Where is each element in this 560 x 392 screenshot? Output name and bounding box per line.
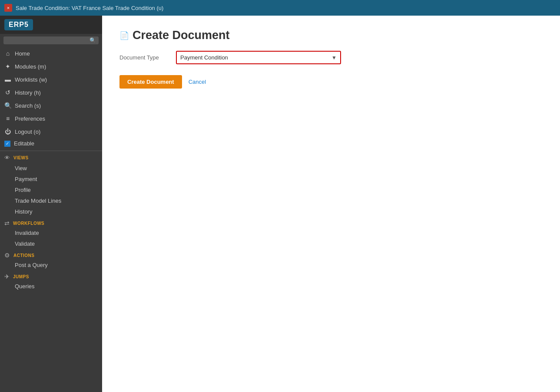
actions-section-header: ⚙ ACTIONS — [0, 249, 102, 260]
logo[interactable]: ERP5 — [4, 19, 33, 30]
tab-title: Sale Trade Condition: VAT France Sale Tr… — [16, 5, 163, 11]
dropdown-arrow-icon: ▼ — [328, 55, 340, 61]
sidebar: ERP5 🔍 ⌂ Home ✦ Modules (m) ▬ Worklists … — [0, 16, 102, 392]
editable-checkbox: ✓ — [4, 141, 10, 147]
app-layout: ERP5 🔍 ⌂ Home ✦ Modules (m) ▬ Worklists … — [0, 16, 560, 392]
document-type-select-wrapper: Payment Condition ▼ — [176, 51, 341, 64]
jumps-section-header: ✈ JUMPS — [0, 270, 102, 281]
logo-area: ERP5 — [0, 16, 102, 34]
sidebar-item-post-query[interactable]: Post a Query — [0, 260, 102, 270]
workflows-icon: ⇄ — [4, 220, 10, 227]
worklists-icon: ▬ — [4, 76, 11, 83]
search-nav-icon: 🔍 — [4, 102, 11, 109]
button-row: Create Document Cancel — [119, 75, 543, 89]
home-icon: ⌂ — [4, 50, 11, 57]
main-content: 📄 Create Document Document Type Payment … — [102, 16, 560, 392]
editable-toggle[interactable]: ✓ Editable — [0, 138, 102, 149]
views-section-header: 👁 VIEWS — [0, 153, 102, 163]
sidebar-item-home[interactable]: ⌂ Home — [0, 47, 102, 60]
topbar: × Sale Trade Condition: VAT France Sale … — [0, 0, 560, 16]
sidebar-item-preferences[interactable]: ≡ Preferences — [0, 112, 102, 125]
logout-icon: ⏻ — [4, 128, 11, 135]
modules-icon: ✦ — [4, 63, 11, 70]
sidebar-item-worklists[interactable]: ▬ Worklists (w) — [0, 73, 102, 86]
page-title: Create Document — [133, 29, 230, 42]
tab-close-button[interactable]: × — [4, 4, 12, 12]
sidebar-item-profile[interactable]: Profile — [0, 184, 102, 195]
search-icon: 🔍 — [89, 37, 96, 43]
actions-icon: ⚙ — [4, 252, 10, 259]
search-area: 🔍 — [0, 34, 102, 47]
history-icon: ↺ — [4, 89, 11, 96]
sidebar-item-view[interactable]: View — [0, 163, 102, 174]
sidebar-item-payment[interactable]: Payment — [0, 174, 102, 184]
search-input[interactable] — [6, 37, 89, 43]
cancel-button[interactable]: Cancel — [189, 79, 206, 85]
preferences-icon: ≡ — [4, 115, 11, 122]
document-type-label: Document Type — [119, 54, 167, 61]
jumps-icon: ✈ — [4, 273, 10, 280]
sidebar-item-history-view[interactable]: History — [0, 206, 102, 217]
sidebar-divider — [0, 151, 102, 151]
sidebar-item-search[interactable]: 🔍 Search (s) — [0, 99, 102, 112]
workflows-section-header: ⇄ WORKFLOWS — [0, 217, 102, 227]
page-header: 📄 Create Document — [119, 29, 543, 42]
form-row-document-type: Document Type Payment Condition ▼ — [119, 51, 543, 64]
nav-menu: ⌂ Home ✦ Modules (m) ▬ Worklists (w) ↺ H… — [0, 47, 102, 138]
sidebar-item-modules[interactable]: ✦ Modules (m) — [0, 60, 102, 73]
sidebar-item-logout[interactable]: ⏻ Logout (o) — [0, 125, 102, 138]
document-type-select[interactable]: Payment Condition — [177, 52, 328, 63]
create-document-button[interactable]: Create Document — [119, 75, 182, 89]
sidebar-item-trade-model-lines[interactable]: Trade Model Lines — [0, 195, 102, 206]
sidebar-item-history[interactable]: ↺ History (h) — [0, 86, 102, 99]
sidebar-item-queries[interactable]: Queries — [0, 281, 102, 292]
sidebar-item-invalidate[interactable]: Invalidate — [0, 227, 102, 238]
search-wrapper: 🔍 — [3, 36, 99, 44]
sidebar-item-validate[interactable]: Validate — [0, 238, 102, 249]
document-icon: 📄 — [119, 31, 129, 40]
eye-icon: 👁 — [4, 155, 10, 161]
